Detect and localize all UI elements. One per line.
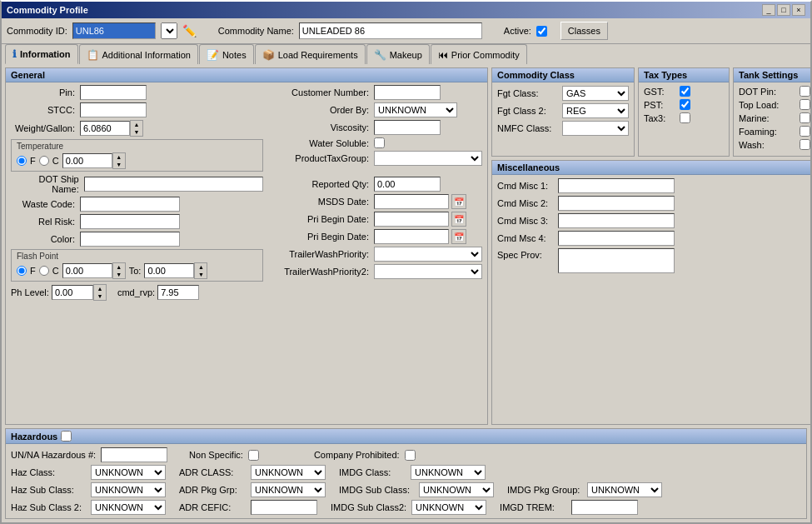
pri-end-date-input[interactable] <box>374 229 449 244</box>
flash-from-input[interactable] <box>62 263 112 278</box>
nmfc-class-select[interactable] <box>562 121 629 136</box>
commodity-name-input[interactable] <box>299 22 482 39</box>
rel-risk-input[interactable] <box>80 214 180 229</box>
weight-gallon-input[interactable] <box>80 121 130 136</box>
adr-pkg-grp-select[interactable]: UNKNOWN <box>251 482 326 497</box>
tax3-checkbox[interactable] <box>680 112 690 123</box>
edit-commodity-btn[interactable]: ✏️ <box>182 24 197 37</box>
non-specific-checkbox[interactable] <box>248 450 259 461</box>
gst-checkbox[interactable] <box>680 86 690 97</box>
tab-makeup[interactable]: 🔧 Makeup <box>366 44 430 64</box>
top-load-checkbox[interactable] <box>800 99 810 110</box>
temp-f-radio[interactable] <box>17 156 27 166</box>
flash-to-down-btn[interactable]: ▼ <box>195 271 207 278</box>
fgt-class-select[interactable]: GAS LIQ DRY <box>562 86 629 101</box>
commodity-name-label: Commodity Name: <box>218 26 294 36</box>
window-title: Commodity Profile _ □ × <box>2 2 810 18</box>
tab-information[interactable]: ℹ Information <box>5 44 78 64</box>
viscosity-input[interactable] <box>374 120 441 135</box>
minimize-btn[interactable]: _ <box>762 4 775 16</box>
weight-gallon-down-btn[interactable]: ▼ <box>131 128 142 136</box>
adr-cefic-input[interactable] <box>251 500 317 515</box>
temp-down-btn[interactable]: ▼ <box>113 161 125 168</box>
company-prohibited-checkbox[interactable] <box>405 450 416 461</box>
miscellaneous-panel: Miscellaneous Cmd Misc 1: Cmd Misc 2: Cm… <box>491 160 810 425</box>
ph-down-btn[interactable]: ▼ <box>94 292 106 300</box>
wash-checkbox[interactable] <box>800 139 810 150</box>
cmd-misc2-input[interactable] <box>558 196 675 211</box>
haz-sub-class-select[interactable]: UNKNOWN <box>91 482 166 497</box>
msds-date-input[interactable] <box>374 194 449 209</box>
ph-level-input[interactable] <box>52 285 93 300</box>
pin-input[interactable] <box>80 85 147 100</box>
temp-c-label: C <box>52 156 59 166</box>
dot-ship-input[interactable] <box>84 177 263 192</box>
spec-prov-input[interactable] <box>558 248 675 273</box>
cmd-rvp-input[interactable] <box>157 285 199 300</box>
cmd-misc3-label: Cmd Misc 3: <box>497 216 555 226</box>
flash-from-up-btn[interactable]: ▲ <box>113 263 125 271</box>
haz-class-select[interactable]: UNKNOWN <box>91 465 166 480</box>
dot-pin-checkbox[interactable] <box>800 86 810 97</box>
imdg-pkg-group-select[interactable]: UNKNOWN <box>587 482 662 497</box>
commodity-id-label: Commodity ID: <box>7 26 67 36</box>
flash-f-radio[interactable] <box>17 266 27 276</box>
trailer-wash-priority-select[interactable] <box>374 247 482 262</box>
cmd-misc3-input[interactable] <box>558 213 675 228</box>
tab-notes[interactable]: 📝 Notes <box>199 44 254 64</box>
order-by-select[interactable]: UNKNOWN WEIGHT VOLUME <box>374 102 457 117</box>
commodity-id-select[interactable] <box>161 22 177 39</box>
imdg-sub-class-select[interactable]: UNKNOWN <box>419 482 494 497</box>
msds-date-picker-btn[interactable]: 📅 <box>451 194 466 209</box>
tab-prior-commodity[interactable]: ⏮ Prior Commodity <box>431 44 527 64</box>
marine-row: Marine: <box>739 112 810 123</box>
classes-button[interactable]: Classes <box>560 22 608 40</box>
imdg-sub-class2-select[interactable]: UNKNOWN <box>411 500 486 515</box>
active-checkbox[interactable] <box>536 26 547 37</box>
ph-up-btn[interactable]: ▲ <box>94 285 106 292</box>
haz-sub-class2-select[interactable]: UNKNOWN <box>91 500 166 515</box>
flash-to-up-btn[interactable]: ▲ <box>195 263 207 271</box>
color-input[interactable] <box>80 232 180 247</box>
hazardous-checkbox[interactable] <box>61 431 72 442</box>
imgd-trem-input[interactable] <box>571 500 638 515</box>
flash-c-radio[interactable] <box>39 266 49 276</box>
general-right-col: Customer Number: Order By: UNKNOWN WEIGH… <box>280 85 482 303</box>
weight-gallon-up-btn[interactable]: ▲ <box>131 121 142 128</box>
pri-end-date-picker-btn[interactable]: 📅 <box>451 229 466 244</box>
commodity-id-input[interactable] <box>72 22 156 39</box>
stcc-input[interactable] <box>80 102 147 117</box>
cmd-misc4-input[interactable] <box>558 231 675 246</box>
flash-to-input[interactable] <box>144 263 194 278</box>
temp-input[interactable] <box>62 153 112 168</box>
flash-point-label: Flash Point <box>17 252 257 261</box>
haz-row-4: Haz Sub Class 2: UNKNOWN ADR CEFIC: IMDG… <box>11 500 801 515</box>
foaming-checkbox[interactable] <box>800 126 810 137</box>
nmfc-class-label: NMFC Class: <box>497 123 560 133</box>
temp-c-radio[interactable] <box>39 156 49 166</box>
trailer-wash-priority2-select[interactable] <box>374 264 482 279</box>
pst-checkbox[interactable] <box>680 99 690 110</box>
waste-code-input[interactable] <box>80 197 180 212</box>
pri-begin-date-picker-btn[interactable]: 📅 <box>451 212 466 227</box>
adr-class-select[interactable]: UNKNOWN <box>251 465 326 480</box>
product-tax-group-select[interactable] <box>374 151 482 166</box>
un-na-input[interactable] <box>101 447 167 462</box>
tab-load-requirements[interactable]: 📦 Load Requirements <box>255 44 366 64</box>
water-soluble-checkbox[interactable] <box>374 137 385 148</box>
reported-qty-input[interactable] <box>374 177 441 192</box>
temp-up-btn[interactable]: ▲ <box>113 153 125 161</box>
customer-number-input[interactable] <box>374 85 441 100</box>
cmd-misc1-input[interactable] <box>558 178 675 193</box>
imdg-class-select[interactable]: UNKNOWN <box>411 465 486 480</box>
pri-begin-date-input[interactable] <box>374 212 449 227</box>
top-right-row: Commodity Class Fgt Class: GAS LIQ DRY <box>491 67 810 157</box>
close-btn[interactable]: × <box>792 4 805 16</box>
water-soluble-row: Water Soluble: <box>280 137 482 148</box>
flash-from-down-btn[interactable]: ▼ <box>113 271 125 278</box>
maximize-btn[interactable]: □ <box>777 4 790 16</box>
tab-additional-information[interactable]: 📋 Additional Information <box>79 44 198 64</box>
marine-checkbox[interactable] <box>800 112 810 123</box>
fgt-class2-select[interactable]: REG HAZ NONE <box>562 103 629 118</box>
notes-icon: 📝 <box>207 49 219 61</box>
